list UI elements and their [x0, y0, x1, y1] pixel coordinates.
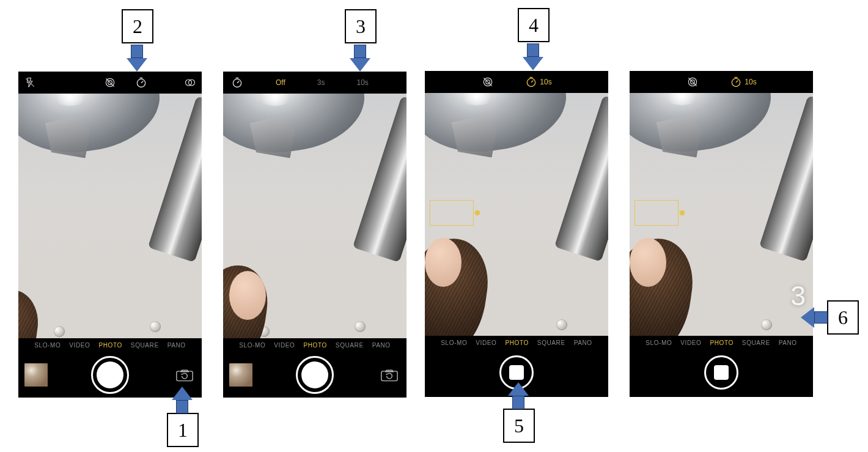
svg-line-18: [531, 81, 533, 83]
viewfinder[interactable]: [18, 94, 202, 338]
mode-square[interactable]: SQUARE: [131, 342, 159, 349]
camera-bottom-bar: [223, 352, 406, 398]
phone-screen-4: 10s 3 SLO-MO VIDEO PHOTO SQUARE PANO: [630, 71, 813, 397]
mode-video[interactable]: VIDEO: [476, 339, 496, 346]
svg-line-24: [736, 81, 738, 83]
mode-square[interactable]: SQUARE: [336, 342, 364, 349]
timer-option-off[interactable]: Off: [276, 78, 285, 87]
exposure-slider-icon[interactable]: [680, 210, 685, 215]
flash-off-icon[interactable]: [23, 76, 37, 89]
mode-pano[interactable]: PANO: [779, 339, 797, 346]
timer-active-indicator[interactable]: 10s: [525, 76, 551, 88]
svg-point-17: [528, 78, 535, 86]
stop-icon: [714, 365, 729, 380]
camera-mode-strip[interactable]: SLO-MO VIDEO PHOTO SQUARE PANO: [223, 338, 406, 352]
timer-options-bar: Off 3s 10s: [223, 72, 406, 94]
focus-indicator: [430, 200, 474, 226]
mode-video[interactable]: VIDEO: [69, 342, 90, 349]
mode-square[interactable]: SQUARE: [537, 339, 565, 346]
camera-top-bar: 10s: [425, 71, 608, 93]
timer-option-3s[interactable]: 3s: [317, 78, 325, 87]
callout-3: 3: [345, 9, 377, 43]
stop-icon: [509, 365, 524, 380]
mode-square[interactable]: SQUARE: [742, 339, 770, 346]
arrow-6: [801, 307, 828, 328]
shutter-button[interactable]: [296, 356, 334, 394]
mode-pano[interactable]: PANO: [372, 342, 391, 349]
callout-1: 1: [167, 413, 199, 447]
svg-point-23: [732, 78, 740, 86]
shutter-inner-icon: [97, 361, 123, 388]
timer-value-label: 10s: [540, 78, 551, 86]
camera-mode-strip[interactable]: SLO-MO VIDEO PHOTO SQUARE PANO: [630, 336, 813, 349]
camera-top-bar: 10s: [630, 71, 813, 93]
last-photo-thumbnail[interactable]: [229, 363, 252, 387]
shutter-button[interactable]: [91, 356, 129, 394]
mode-photo[interactable]: PHOTO: [303, 342, 326, 349]
arrow-1: [172, 387, 193, 413]
phone-screen-3: 10s SLO-MO VIDEO PHOTO SQUARE PANO: [425, 71, 608, 397]
filters-icon[interactable]: [183, 76, 197, 89]
mode-photo[interactable]: PHOTO: [505, 339, 528, 346]
timer-icon[interactable]: [134, 76, 148, 89]
camera-mode-strip[interactable]: SLO-MO VIDEO PHOTO SQUARE PANO: [425, 336, 608, 349]
timer-active-indicator[interactable]: 10s: [730, 76, 756, 88]
svg-point-10: [233, 79, 241, 87]
mode-pano[interactable]: PANO: [167, 342, 186, 349]
hdr-icon[interactable]: [103, 76, 117, 89]
focus-indicator: [634, 200, 679, 226]
arrow-4: [523, 43, 543, 70]
hdr-icon[interactable]: [686, 75, 699, 89]
mode-photo[interactable]: PHOTO: [710, 339, 733, 346]
svg-line-5: [141, 81, 143, 83]
phone-screen-2: Off 3s 10s SLO-MO VIDEO PHOTO SQUARE PAN…: [223, 72, 406, 398]
timer-option-10s[interactable]: 10s: [356, 78, 368, 87]
shutter-inner-icon: [301, 361, 328, 388]
callout-4: 4: [518, 8, 550, 42]
tutorial-stage: SLO-MO VIDEO PHOTO SQUARE PANO: [0, 0, 868, 452]
callout-5: 5: [503, 409, 535, 443]
arrow-5: [508, 382, 529, 409]
mode-slomo[interactable]: SLO-MO: [239, 342, 265, 349]
arrow-3: [350, 45, 370, 72]
timer-value-label: 10s: [745, 78, 756, 86]
exposure-slider-icon[interactable]: [475, 210, 480, 215]
hdr-icon[interactable]: [481, 75, 495, 89]
flip-camera-button[interactable]: [381, 368, 398, 382]
timer-icon[interactable]: [230, 76, 244, 89]
mode-photo[interactable]: PHOTO: [98, 342, 122, 349]
viewfinder[interactable]: [223, 94, 406, 338]
mode-slomo[interactable]: SLO-MO: [441, 339, 467, 346]
svg-line-11: [237, 81, 239, 83]
mode-video[interactable]: VIDEO: [274, 342, 295, 349]
phone-screen-1: SLO-MO VIDEO PHOTO SQUARE PANO: [18, 72, 202, 398]
flip-camera-button[interactable]: [176, 368, 193, 382]
callout-2: 2: [122, 9, 153, 43]
viewfinder[interactable]: [425, 93, 608, 336]
callout-6: 6: [827, 300, 859, 335]
svg-rect-9: [177, 371, 193, 380]
svg-point-4: [137, 79, 145, 87]
mode-slomo[interactable]: SLO-MO: [34, 342, 61, 349]
camera-mode-strip[interactable]: SLO-MO VIDEO PHOTO SQUARE PANO: [18, 338, 202, 352]
mode-video[interactable]: VIDEO: [680, 339, 701, 346]
arrow-2: [127, 45, 147, 72]
camera-bottom-bar: [630, 349, 813, 395]
last-photo-thumbnail[interactable]: [24, 363, 48, 387]
stop-button[interactable]: [704, 355, 738, 390]
mode-pano[interactable]: PANO: [574, 339, 592, 346]
camera-top-bar: [18, 72, 202, 94]
mode-slomo[interactable]: SLO-MO: [645, 339, 672, 346]
viewfinder[interactable]: 3: [630, 93, 813, 336]
svg-rect-13: [381, 371, 397, 380]
